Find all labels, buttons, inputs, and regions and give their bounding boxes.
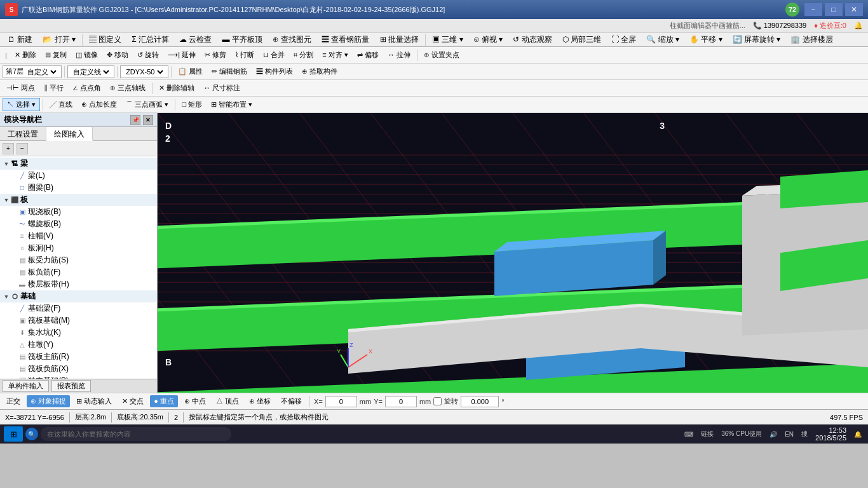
snap-coords[interactable]: ⊕ 坐标: [245, 395, 275, 407]
component-list-button[interactable]: ☰ 构件列表: [252, 65, 297, 78]
menu-viewsteel[interactable]: ☰ 查看钢筋量: [316, 33, 374, 46]
item-beam-B[interactable]: □ 圈梁(B): [0, 182, 157, 194]
menu-orbit[interactable]: ↺ 动态观察: [508, 33, 557, 46]
minimize-button[interactable]: －: [804, 3, 822, 16]
start-button[interactable]: ⊞: [4, 426, 23, 442]
panel-close[interactable]: ✕: [143, 115, 153, 125]
floor-dropdown[interactable]: 自定义: [25, 67, 58, 76]
menu-define[interactable]: ▤ 图定义: [84, 33, 126, 46]
item-raft[interactable]: ▣ 筏板基础(M): [0, 315, 157, 327]
linetype-select[interactable]: 自定义线: [67, 65, 114, 78]
category-slab[interactable]: ▼ ⬛ 板: [0, 194, 157, 206]
zdyx-select[interactable]: ZDYX-50: [120, 65, 168, 78]
menu-new[interactable]: 🗋 新建: [3, 33, 37, 46]
item-slab-cast[interactable]: ▣ 现浇板(B): [0, 206, 157, 218]
offset-button[interactable]: ⇌ 偏移: [353, 49, 383, 61]
slab-expander[interactable]: ▼: [3, 196, 10, 204]
rotate-input[interactable]: [461, 396, 499, 407]
item-found-beam[interactable]: ╱ 基础梁(F): [0, 302, 157, 315]
linetype-dropdown[interactable]: 自定义线: [71, 67, 111, 76]
menu-pan[interactable]: ✋ 平移 ▾: [684, 33, 728, 46]
split-button[interactable]: ⌗ 分割: [290, 49, 317, 61]
item-slab-spiral[interactable]: 〜 螺旋板(B): [0, 218, 157, 230]
single-component-button[interactable]: 单构件输入: [3, 380, 49, 392]
edit-rebar-button[interactable]: ✏ 编辑钢筋: [208, 65, 251, 78]
delete-axis-button[interactable]: ✕ 删除辅轴: [155, 82, 198, 94]
move-button[interactable]: ✥ 移动: [103, 49, 132, 61]
menu-align[interactable]: ▬ 平齐板顶: [217, 33, 267, 46]
report-preview-button[interactable]: 报表预览: [51, 380, 91, 392]
snap-midpoint[interactable]: ⊕ 中点: [180, 395, 210, 407]
menu-zoom[interactable]: 🔍 缩放 ▾: [641, 33, 684, 46]
pickup-button[interactable]: ⊕ 拾取构件: [298, 65, 341, 78]
stretch-button[interactable]: ↔ 拉伸: [384, 49, 414, 61]
snap-dynamic[interactable]: ⊞ 动态输入: [72, 395, 116, 407]
item-raft-main-rebar[interactable]: ▤ 筏板主筋(R): [0, 351, 157, 363]
align-button[interactable]: ≡ 对齐 ▾: [318, 49, 352, 61]
beam-expander[interactable]: ▼: [3, 160, 10, 168]
menu-rotate[interactable]: 🔄 屏幕旋转 ▾: [728, 33, 786, 46]
three-point-axis-button[interactable]: ⊕ 三点轴线: [106, 82, 149, 94]
mirror-button[interactable]: ◫ 镜像: [72, 49, 102, 61]
tab-drawing-input[interactable]: 绘图输入: [46, 127, 93, 141]
item-floor-band[interactable]: ▬ 楼层板带(H): [0, 278, 157, 290]
category-foundation[interactable]: ▼ ⬡ 基础: [0, 290, 157, 302]
break-button[interactable]: ⌇ 打断: [231, 49, 258, 61]
select-button[interactable]: ↖ 选择 ▾: [3, 98, 40, 111]
close-button[interactable]: ✕: [845, 3, 863, 16]
panel-pin[interactable]: 📌: [130, 115, 140, 125]
item-column-cap[interactable]: ≡ 柱帽(V): [0, 230, 157, 242]
item-slab-rebar[interactable]: ▤ 板受力筋(S): [0, 254, 157, 266]
rotate-button[interactable]: ↺ 旋转: [133, 49, 163, 61]
parallel-button[interactable]: ∥ 平行: [40, 82, 67, 94]
merge-button[interactable]: ⊔ 合并: [259, 49, 288, 61]
zdyx-dropdown[interactable]: ZDYX-50: [123, 67, 165, 76]
snap-midpoint-heavy[interactable]: ● 重点: [150, 395, 178, 407]
delete-button[interactable]: ✕ 删除: [11, 49, 40, 61]
restore-button[interactable]: □: [825, 3, 843, 16]
y-input[interactable]: [385, 396, 417, 407]
menu-local3d[interactable]: ⬡ 局部三维: [557, 33, 606, 46]
menu-find[interactable]: ⊕ 查找图元: [268, 33, 316, 46]
dimension-button[interactable]: ↔ 尺寸标注: [200, 82, 244, 94]
three-arc-button[interactable]: ⌒ 三点画弧 ▾: [122, 98, 172, 111]
item-beam-L[interactable]: ╱ 梁(L): [0, 170, 157, 182]
category-beam[interactable]: ▼ 🏗 梁: [0, 158, 157, 170]
item-slab-neg-rebar[interactable]: ▤ 板负筋(F): [0, 266, 157, 278]
nav-minus-icon[interactable]: −: [17, 143, 28, 154]
3d-viewport[interactable]: D 2 3 B X Y Z: [158, 113, 868, 393]
property-button[interactable]: 📋 属性: [174, 65, 207, 78]
extend-button[interactable]: ⟶| 延伸: [164, 49, 200, 61]
notification-icon[interactable]: 🔔: [854, 22, 863, 30]
trim-button[interactable]: ✂ 修剪: [201, 49, 230, 61]
item-slab-hole[interactable]: ○ 板洞(H): [0, 242, 157, 254]
point-length-button[interactable]: ⊕ 点加长度: [78, 98, 121, 111]
setgrip-button[interactable]: ⊕ 设置夹点: [420, 49, 463, 61]
snap-ortho[interactable]: 正交: [3, 395, 24, 407]
snap-vertex[interactable]: △ 顶点: [212, 395, 243, 407]
item-col-pier[interactable]: △ 柱墩(Y): [0, 339, 157, 351]
copy-button[interactable]: ⊞ 复制: [41, 49, 71, 61]
floor-select[interactable]: 第7层 自定义: [3, 65, 62, 78]
item-pit[interactable]: ⬇ 集水坑(K): [0, 327, 157, 339]
taskbar-search[interactable]: [41, 427, 231, 441]
menu-floor[interactable]: 🏢 选择楼层: [785, 33, 837, 46]
found-expander[interactable]: ▼: [3, 293, 10, 301]
notification-area[interactable]: 🔔: [851, 431, 864, 438]
item-raft-neg-rebar[interactable]: ▤ 筏板负筋(X): [0, 363, 157, 375]
search-icon[interactable]: 🔍: [25, 428, 38, 440]
point-angle-button[interactable]: ∠ 点点角: [69, 82, 105, 94]
menu-open[interactable]: 📂 打开 ▾: [37, 33, 81, 46]
nav-add-icon[interactable]: +: [3, 143, 14, 154]
menu-3d[interactable]: ▣ 三维 ▾: [427, 33, 468, 46]
smart-layout-button[interactable]: ⊞ 智能布置 ▾: [207, 98, 256, 111]
line-button[interactable]: ╱ 直线: [46, 98, 76, 111]
rectangle-button[interactable]: □ 矩形: [178, 98, 206, 111]
menu-top[interactable]: ⊙ 俯视 ▾: [468, 33, 508, 46]
snap-object[interactable]: ⊕ 对象捕捉: [27, 395, 70, 407]
snap-no-offset[interactable]: 不偏移: [277, 395, 306, 407]
menu-fullscreen[interactable]: ⛶ 全屏: [606, 33, 641, 46]
two-point-button[interactable]: ⊣⊢ 两点: [3, 82, 39, 94]
menu-calc[interactable]: Σ 汇总计算: [126, 33, 174, 46]
snap-intersection[interactable]: ✕ 交点: [118, 395, 147, 407]
